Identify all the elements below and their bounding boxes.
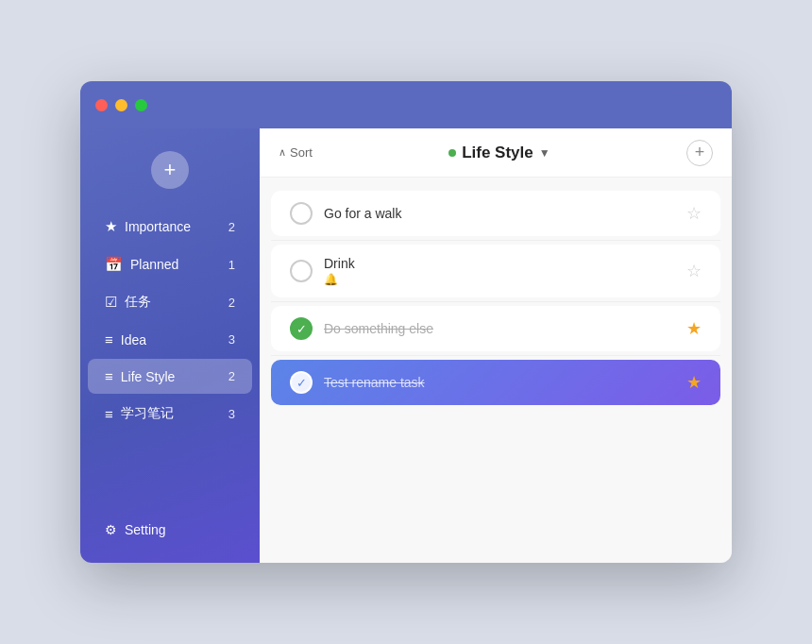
task-star-button[interactable]: ★ xyxy=(686,372,702,393)
list-icon: ≡ xyxy=(105,406,113,422)
sidebar-item-count: 2 xyxy=(228,369,235,383)
task-item[interactable]: ✓ Do something else ★ xyxy=(271,306,720,351)
sidebar-item-planned[interactable]: 📅 Planned 1 xyxy=(88,246,252,282)
task-content: Do something else xyxy=(324,321,686,336)
sidebar-item-label: 学习笔记 xyxy=(121,405,228,422)
list-icon: ≡ xyxy=(105,368,113,384)
task-checkbox[interactable]: ✓ xyxy=(290,371,313,394)
content-header: ∧ Sort Life Style ▼ + xyxy=(260,128,732,178)
title-bar xyxy=(80,81,732,128)
divider xyxy=(271,301,720,302)
traffic-lights xyxy=(95,99,147,111)
task-checkbox[interactable]: ✓ xyxy=(290,317,313,340)
sidebar-item-importance[interactable]: ★ Importance 2 xyxy=(88,209,252,245)
sort-button[interactable]: ∧ Sort xyxy=(279,145,313,160)
star-icon: ★ xyxy=(105,218,117,235)
task-name: Test rename task xyxy=(324,375,686,390)
content-area: ∧ Sort Life Style ▼ + Go for xyxy=(260,128,732,563)
sidebar-item-setting[interactable]: ⚙ Setting xyxy=(88,513,252,547)
sidebar-item-label: Planned xyxy=(130,257,228,272)
sidebar-item-label: Life Style xyxy=(121,369,228,384)
sidebar-item-count: 2 xyxy=(228,220,235,234)
header-title-area: Life Style ▼ xyxy=(313,144,686,162)
task-item[interactable]: Drink 🔔 ☆ xyxy=(271,245,720,297)
status-dot xyxy=(448,149,456,157)
list-icon: ≡ xyxy=(105,331,113,347)
close-button[interactable] xyxy=(95,99,108,111)
task-name: Go for a walk xyxy=(324,206,686,221)
setting-label: Setting xyxy=(125,522,166,537)
plus-icon: + xyxy=(164,158,177,182)
task-star-button[interactable]: ★ xyxy=(686,318,702,339)
divider xyxy=(271,240,720,241)
sidebar-item-label: 任务 xyxy=(125,294,228,311)
divider xyxy=(271,355,720,356)
task-item[interactable]: Go for a walk ☆ xyxy=(271,191,720,236)
sidebar-item-idea[interactable]: ≡ Idea 3 xyxy=(88,322,252,357)
maximize-button[interactable] xyxy=(135,99,147,111)
sidebar-item-count: 3 xyxy=(228,407,235,421)
sidebar-item-lifestyle[interactable]: ≡ Life Style 2 xyxy=(88,359,252,394)
plus-icon: + xyxy=(695,143,705,162)
task-name: Drink xyxy=(324,256,686,271)
add-task-button[interactable]: + xyxy=(686,140,713,166)
dropdown-chevron-icon[interactable]: ▼ xyxy=(539,146,550,160)
sidebar-item-tasks[interactable]: ☑ 任务 2 xyxy=(88,284,252,320)
sidebar-item-count: 1 xyxy=(228,258,235,272)
task-checkbox[interactable] xyxy=(290,260,313,282)
task-star-button[interactable]: ☆ xyxy=(686,203,702,224)
task-star-button[interactable]: ☆ xyxy=(686,261,702,281)
task-list: Go for a walk ☆ Drink 🔔 ☆ xyxy=(260,178,732,563)
task-checkbox[interactable] xyxy=(290,202,313,225)
sidebar-item-count: 3 xyxy=(228,332,235,347)
task-name: Do something else xyxy=(324,321,686,336)
sidebar-item-count: 2 xyxy=(228,296,235,310)
page-title: Life Style xyxy=(462,144,533,162)
gear-icon: ⚙ xyxy=(105,522,117,537)
minimize-button[interactable] xyxy=(115,99,127,111)
task-content: Drink 🔔 xyxy=(324,256,686,286)
sidebar-item-notes[interactable]: ≡ 学习笔记 3 xyxy=(88,396,252,432)
sidebar: + ★ Importance 2 📅 Planned 1 ☑ 任务 2 ≡ Id… xyxy=(80,128,260,563)
task-content: Test rename task xyxy=(324,375,686,390)
add-list-button[interactable]: + xyxy=(151,151,189,189)
app-window: + ★ Importance 2 📅 Planned 1 ☑ 任务 2 ≡ Id… xyxy=(80,81,732,563)
sidebar-item-label: Idea xyxy=(121,332,228,347)
main-layout: + ★ Importance 2 📅 Planned 1 ☑ 任务 2 ≡ Id… xyxy=(80,128,732,563)
sort-label: Sort xyxy=(290,145,313,160)
task-item-highlighted[interactable]: ✓ Test rename task ★ xyxy=(271,360,720,405)
sidebar-item-label: Importance xyxy=(125,219,228,234)
task-sub-icon: 🔔 xyxy=(324,273,686,286)
task-content: Go for a walk xyxy=(324,206,686,221)
calendar-icon: 📅 xyxy=(105,256,123,273)
sort-chevron-icon: ∧ xyxy=(279,146,286,159)
checkbox-icon: ☑ xyxy=(105,294,117,311)
